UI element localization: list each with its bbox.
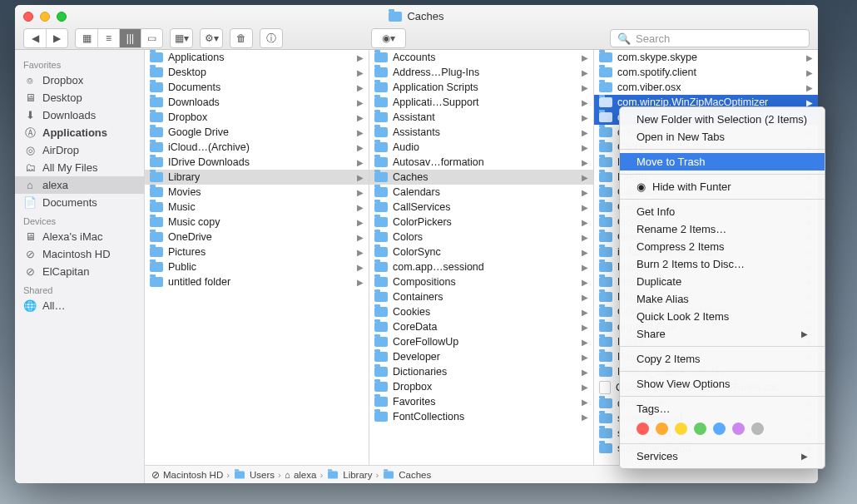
sidebar-item-macintosh-hd[interactable]: ⊘Macintosh HD <box>15 245 144 263</box>
file-row[interactable]: com.app…sessiond▶ <box>369 259 593 274</box>
file-row[interactable]: Google Drive▶ <box>145 125 369 140</box>
menu-item-make-alias[interactable]: Make Alias <box>620 290 825 308</box>
sidebar-item-alexa[interactable]: ⌂alexa <box>15 176 144 194</box>
sidebar-item-downloads[interactable]: ⬇Downloads <box>15 106 144 124</box>
view-columns[interactable]: ||| <box>119 29 141 47</box>
quicklook-button[interactable]: ◉▾ <box>371 28 406 48</box>
sidebar-item-elcapitan[interactable]: ⊘ElCapitan <box>15 263 144 280</box>
view-coverflow[interactable]: ▭ <box>141 29 162 47</box>
file-row[interactable]: IDrive Downloads▶ <box>145 155 369 170</box>
path-segment[interactable]: Macintosh HD <box>163 470 223 480</box>
menu-item-compress-2-items[interactable]: Compress 2 Items <box>620 238 825 255</box>
file-row[interactable]: Containers▶ <box>369 289 593 304</box>
menu-item-new-folder-with-selection-2-items[interactable]: New Folder with Selection (2 Items) <box>620 111 825 128</box>
file-row[interactable]: Music▶ <box>145 200 369 215</box>
file-row[interactable]: CallServices▶ <box>369 200 593 215</box>
tag-color[interactable] <box>675 422 687 435</box>
trash-button[interactable]: 🗑 <box>230 28 253 48</box>
file-row[interactable]: Music copy▶ <box>145 215 369 230</box>
tag-color[interactable] <box>713 422 726 435</box>
menu-item-hide-with-funter[interactable]: ◉Hide with Funter <box>620 178 825 195</box>
file-row[interactable]: Autosav…formation▶ <box>369 155 593 170</box>
file-row[interactable]: CoreData▶ <box>369 319 593 334</box>
sidebar-item-alexa-s-imac[interactable]: 🖥Alexa's iMac <box>15 228 144 245</box>
file-row[interactable]: ColorSync▶ <box>369 245 593 259</box>
tag-color[interactable] <box>637 422 649 435</box>
file-row[interactable]: Documents▶ <box>145 80 369 95</box>
menu-item-label: Services <box>637 450 678 462</box>
sidebar-item-desktop[interactable]: 🖥Desktop <box>15 89 144 106</box>
file-row[interactable]: Accounts▶ <box>369 50 593 65</box>
file-row[interactable]: Applicati…Support▶ <box>369 95 593 110</box>
file-row[interactable]: Favorites▶ <box>369 394 593 409</box>
path-segment[interactable]: Library <box>343 470 372 480</box>
file-row[interactable]: Application Scripts▶ <box>369 80 593 95</box>
menu-item-show-view-options[interactable]: Show View Options <box>620 375 825 393</box>
folder-icon <box>150 112 163 122</box>
file-row[interactable]: Dropbox▶ <box>145 110 369 125</box>
menu-item-burn-2-items-to-disc[interactable]: Burn 2 Items to Disc… <box>620 255 825 273</box>
path-segment[interactable]: Caches <box>399 470 431 480</box>
file-row[interactable]: Address…Plug-Ins▶ <box>369 65 593 80</box>
file-row[interactable]: untitled folder▶ <box>145 274 369 289</box>
file-row[interactable]: Cookies▶ <box>369 304 593 319</box>
path-segment[interactable]: Users <box>250 470 275 480</box>
file-row[interactable]: com.viber.osx▶ <box>594 80 818 95</box>
tag-color[interactable] <box>694 422 706 435</box>
menu-item-open-in-new-tabs[interactable]: Open in New Tabs <box>620 128 825 146</box>
tag-color[interactable] <box>732 422 745 435</box>
file-row[interactable]: Desktop▶ <box>145 65 369 80</box>
back-button[interactable]: ◀ <box>24 29 46 47</box>
file-row[interactable]: Assistants▶ <box>369 125 593 140</box>
sidebar-item-all-[interactable]: 🌐All… <box>15 297 144 314</box>
view-list[interactable]: ≡ <box>97 29 119 47</box>
menu-item-rename-2-items[interactable]: Rename 2 Items… <box>620 220 825 238</box>
file-row[interactable]: Dictionaries▶ <box>369 364 593 379</box>
file-row[interactable]: Assistant▶ <box>369 110 593 125</box>
file-row[interactable]: CoreFollowUp▶ <box>369 334 593 349</box>
menu-item-quick-look-2-items[interactable]: Quick Look 2 Items <box>620 308 825 325</box>
search-field[interactable]: 🔍 Search <box>610 29 810 47</box>
file-row[interactable]: Downloads▶ <box>145 95 369 110</box>
file-row[interactable]: Applications▶ <box>145 50 369 65</box>
forward-button[interactable]: ▶ <box>46 29 67 47</box>
file-row[interactable]: FontCollections▶ <box>369 409 593 424</box>
file-row[interactable]: OneDrive▶ <box>145 230 369 245</box>
arrange-button[interactable]: ▦▾ <box>170 28 193 48</box>
menu-item-services[interactable]: Services▶ <box>620 447 825 465</box>
view-icons[interactable]: ▦ <box>76 29 97 47</box>
file-row[interactable]: Caches▶ <box>369 170 593 185</box>
file-row[interactable]: com.spotify.client▶ <box>594 65 818 80</box>
menu-item-share[interactable]: Share▶ <box>620 325 825 343</box>
file-row[interactable]: Pictures▶ <box>145 245 369 259</box>
file-row[interactable]: Developer▶ <box>369 349 593 364</box>
file-row[interactable]: Audio▶ <box>369 140 593 155</box>
menu-item-tags[interactable]: Tags… <box>620 400 825 418</box>
info-button[interactable]: ⓘ <box>260 28 283 48</box>
menu-item-move-to-trash[interactable]: Move to Trash <box>620 153 825 170</box>
file-row[interactable]: com.skype.skype▶ <box>594 50 818 65</box>
sidebar-item-all-my-files[interactable]: 🗂All My Files <box>15 159 144 176</box>
sidebar-item-applications[interactable]: ⒶApplications <box>15 124 144 141</box>
sidebar-item-dropbox[interactable]: ⌾Dropbox <box>15 72 144 89</box>
file-row[interactable]: Calendars▶ <box>369 185 593 200</box>
sidebar-item-airdrop[interactable]: ◎AirDrop <box>15 141 144 159</box>
home-icon: ⌂ <box>285 470 290 480</box>
file-row[interactable]: Dropbox▶ <box>369 379 593 394</box>
sidebar-item-documents[interactable]: 📄Documents <box>15 194 144 211</box>
apps-icon: Ⓐ <box>23 127 37 139</box>
file-row[interactable]: ColorPickers▶ <box>369 215 593 230</box>
file-row[interactable]: Compositions▶ <box>369 274 593 289</box>
action-button[interactable]: ⚙▾ <box>200 28 223 48</box>
file-row[interactable]: Colors▶ <box>369 230 593 245</box>
menu-item-get-info[interactable]: Get Info <box>620 203 825 220</box>
path-segment[interactable]: alexa <box>294 470 317 480</box>
menu-item-copy-2-items[interactable]: Copy 2 Items <box>620 350 825 368</box>
tag-color[interactable] <box>656 422 668 435</box>
file-row[interactable]: Public▶ <box>145 259 369 274</box>
tag-color[interactable] <box>751 422 764 435</box>
file-row[interactable]: iCloud…(Archive)▶ <box>145 140 369 155</box>
file-row[interactable]: Library▶ <box>145 170 369 185</box>
file-row[interactable]: Movies▶ <box>145 185 369 200</box>
menu-item-duplicate[interactable]: Duplicate <box>620 273 825 290</box>
